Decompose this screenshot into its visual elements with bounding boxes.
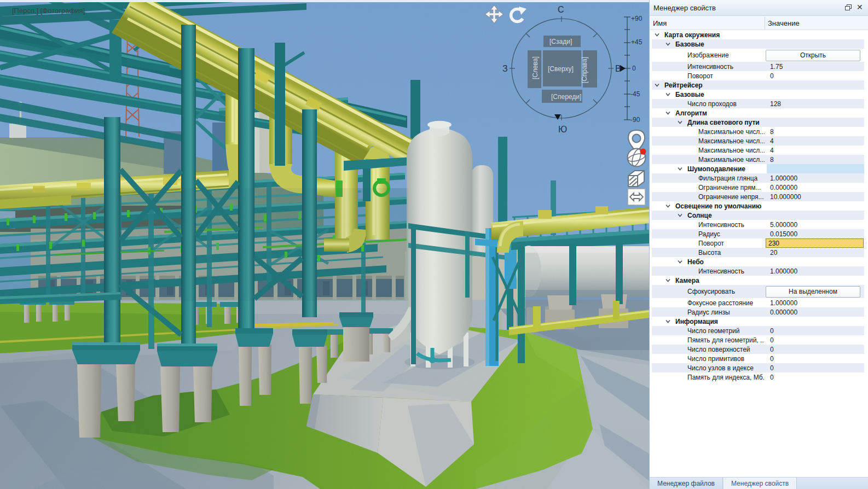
svg-text:-45: -45	[630, 90, 640, 98]
svg-text:[Спереди]: [Спереди]	[551, 93, 581, 101]
svg-text:0: 0	[632, 65, 636, 72]
svg-text:Ю: Ю	[558, 125, 567, 134]
svg-text:[Сверху]: [Сверху]	[548, 65, 574, 73]
svg-text:[Слева]: [Слева]	[531, 56, 539, 79]
svg-text:[Справа]: [Справа]	[581, 57, 588, 83]
svg-text:С: С	[558, 5, 564, 14]
svg-text:[Сзади]: [Сзади]	[549, 38, 572, 45]
svg-text:З: З	[502, 64, 508, 73]
svg-text:+45: +45	[631, 38, 643, 46]
svg-text:[Персп.] [Фотография]: [Персп.] [Фотография]	[12, 7, 85, 15]
svg-text:+90: +90	[631, 15, 643, 22]
svg-text:-90: -90	[630, 116, 640, 124]
